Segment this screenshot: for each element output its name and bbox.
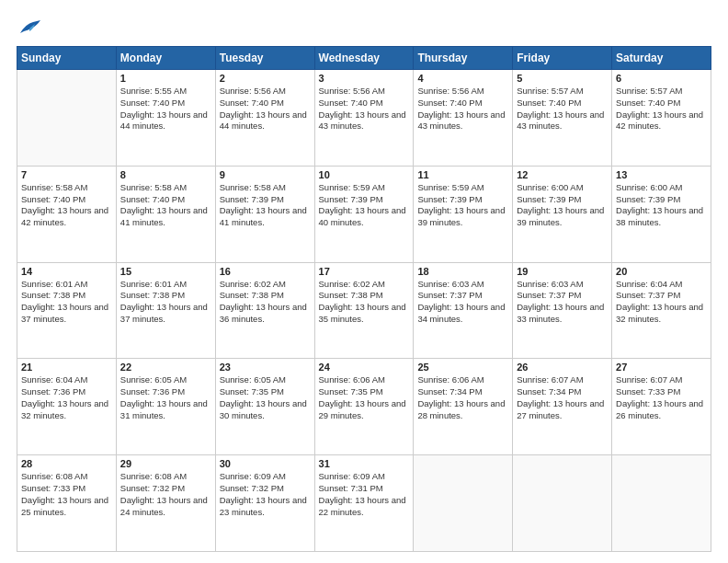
calendar-cell: 8Sunrise: 5:58 AMSunset: 7:40 PMDaylight…: [116, 166, 215, 262]
day-info: Sunrise: 6:07 AMSunset: 7:33 PMDaylight:…: [616, 374, 707, 421]
page: SundayMondayTuesdayWednesdayThursdayFrid…: [0, 0, 728, 563]
day-info: Sunrise: 6:08 AMSunset: 7:32 PMDaylight:…: [120, 471, 211, 518]
day-info: Sunrise: 6:05 AMSunset: 7:36 PMDaylight:…: [120, 374, 211, 421]
day-number: 4: [417, 73, 508, 84]
day-number: 25: [417, 362, 508, 373]
day-number: 14: [21, 266, 112, 277]
day-info: Sunrise: 6:08 AMSunset: 7:33 PMDaylight:…: [21, 471, 112, 518]
calendar-cell: 23Sunrise: 6:05 AMSunset: 7:35 PMDayligh…: [215, 359, 314, 455]
day-info: Sunrise: 5:56 AMSunset: 7:40 PMDaylight:…: [319, 86, 410, 132]
day-info: Sunrise: 5:57 AMSunset: 7:40 PMDaylight:…: [517, 86, 608, 132]
day-info: Sunrise: 6:05 AMSunset: 7:35 PMDaylight:…: [220, 374, 311, 421]
day-info: Sunrise: 6:03 AMSunset: 7:37 PMDaylight:…: [517, 279, 608, 326]
day-info: Sunrise: 6:01 AMSunset: 7:38 PMDaylight:…: [120, 279, 211, 326]
day-number: 7: [21, 169, 112, 180]
calendar-cell: 21Sunrise: 6:04 AMSunset: 7:36 PMDayligh…: [17, 359, 117, 455]
logo: [17, 17, 46, 37]
day-number: 17: [319, 266, 410, 277]
day-number: 26: [517, 362, 608, 373]
day-number: 9: [220, 169, 311, 180]
day-number: 1: [120, 73, 211, 84]
col-header-thursday: Thursday: [414, 47, 513, 70]
calendar-cell: 6Sunrise: 5:57 AMSunset: 7:40 PMDaylight…: [612, 70, 711, 167]
calendar-cell: 14Sunrise: 6:01 AMSunset: 7:38 PMDayligh…: [17, 262, 117, 359]
calendar-cell: 19Sunrise: 6:03 AMSunset: 7:37 PMDayligh…: [513, 262, 612, 359]
calendar-cell: 31Sunrise: 6:09 AMSunset: 7:31 PMDayligh…: [314, 455, 414, 552]
week-row-4: 21Sunrise: 6:04 AMSunset: 7:36 PMDayligh…: [17, 359, 711, 455]
day-info: Sunrise: 5:56 AMSunset: 7:40 PMDaylight:…: [220, 86, 311, 132]
day-info: Sunrise: 6:01 AMSunset: 7:38 PMDaylight:…: [21, 279, 112, 326]
day-number: 30: [220, 458, 311, 469]
day-info: Sunrise: 6:06 AMSunset: 7:34 PMDaylight:…: [417, 374, 508, 421]
day-info: Sunrise: 6:04 AMSunset: 7:37 PMDaylight:…: [616, 279, 707, 326]
day-number: 15: [120, 266, 211, 277]
calendar-cell: 24Sunrise: 6:06 AMSunset: 7:35 PMDayligh…: [314, 359, 414, 455]
day-info: Sunrise: 6:02 AMSunset: 7:38 PMDaylight:…: [220, 279, 311, 326]
calendar-cell: 9Sunrise: 5:58 AMSunset: 7:39 PMDaylight…: [215, 166, 314, 262]
calendar-cell: 25Sunrise: 6:06 AMSunset: 7:34 PMDayligh…: [414, 359, 513, 455]
day-info: Sunrise: 5:58 AMSunset: 7:40 PMDaylight:…: [120, 182, 211, 229]
calendar-cell: 17Sunrise: 6:02 AMSunset: 7:38 PMDayligh…: [314, 262, 414, 359]
day-number: 19: [517, 266, 608, 277]
day-info: Sunrise: 5:55 AMSunset: 7:40 PMDaylight:…: [120, 86, 211, 132]
day-number: 20: [616, 266, 707, 277]
calendar-cell: 30Sunrise: 6:09 AMSunset: 7:32 PMDayligh…: [215, 455, 314, 552]
day-number: 24: [319, 362, 410, 373]
col-header-wednesday: Wednesday: [314, 47, 414, 70]
day-number: 16: [220, 266, 311, 277]
calendar-cell: 10Sunrise: 5:59 AMSunset: 7:39 PMDayligh…: [314, 166, 414, 262]
calendar-cell: 13Sunrise: 6:00 AMSunset: 7:39 PMDayligh…: [612, 166, 711, 262]
day-info: Sunrise: 5:58 AMSunset: 7:40 PMDaylight:…: [21, 182, 112, 229]
day-info: Sunrise: 5:57 AMSunset: 7:40 PMDaylight:…: [616, 86, 707, 132]
calendar-cell: [513, 455, 612, 552]
day-number: 8: [120, 169, 211, 180]
day-number: 11: [417, 169, 508, 180]
col-header-friday: Friday: [513, 47, 612, 70]
day-number: 29: [120, 458, 211, 469]
day-info: Sunrise: 6:03 AMSunset: 7:37 PMDaylight:…: [417, 279, 508, 326]
day-info: Sunrise: 6:07 AMSunset: 7:34 PMDaylight:…: [517, 374, 608, 421]
day-number: 6: [616, 73, 707, 84]
day-info: Sunrise: 6:02 AMSunset: 7:38 PMDaylight:…: [319, 279, 410, 326]
day-number: 22: [120, 362, 211, 373]
calendar-cell: 15Sunrise: 6:01 AMSunset: 7:38 PMDayligh…: [116, 262, 215, 359]
header: [17, 17, 711, 37]
day-number: 23: [220, 362, 311, 373]
week-row-3: 14Sunrise: 6:01 AMSunset: 7:38 PMDayligh…: [17, 262, 711, 359]
day-number: 21: [21, 362, 112, 373]
day-number: 27: [616, 362, 707, 373]
day-info: Sunrise: 5:56 AMSunset: 7:40 PMDaylight:…: [417, 86, 508, 132]
calendar-cell: 16Sunrise: 6:02 AMSunset: 7:38 PMDayligh…: [215, 262, 314, 359]
col-header-tuesday: Tuesday: [215, 47, 314, 70]
day-number: 28: [21, 458, 112, 469]
day-info: Sunrise: 6:00 AMSunset: 7:39 PMDaylight:…: [517, 182, 608, 229]
day-info: Sunrise: 6:04 AMSunset: 7:36 PMDaylight:…: [21, 374, 112, 421]
calendar-cell: 3Sunrise: 5:56 AMSunset: 7:40 PMDaylight…: [314, 70, 414, 167]
day-number: 10: [319, 169, 410, 180]
col-header-saturday: Saturday: [612, 47, 711, 70]
calendar-cell: 22Sunrise: 6:05 AMSunset: 7:36 PMDayligh…: [116, 359, 215, 455]
day-number: 5: [517, 73, 608, 84]
calendar-cell: 4Sunrise: 5:56 AMSunset: 7:40 PMDaylight…: [414, 70, 513, 167]
week-row-2: 7Sunrise: 5:58 AMSunset: 7:40 PMDaylight…: [17, 166, 711, 262]
day-number: 18: [417, 266, 508, 277]
week-row-1: 1Sunrise: 5:55 AMSunset: 7:40 PMDaylight…: [17, 70, 711, 167]
day-number: 13: [616, 169, 707, 180]
logo-icon: [17, 17, 42, 37]
day-number: 3: [319, 73, 410, 84]
calendar-cell: 11Sunrise: 5:59 AMSunset: 7:39 PMDayligh…: [414, 166, 513, 262]
calendar-cell: 27Sunrise: 6:07 AMSunset: 7:33 PMDayligh…: [612, 359, 711, 455]
calendar-body: 1Sunrise: 5:55 AMSunset: 7:40 PMDaylight…: [17, 70, 711, 552]
day-info: Sunrise: 6:00 AMSunset: 7:39 PMDaylight:…: [616, 182, 707, 229]
calendar-cell: 1Sunrise: 5:55 AMSunset: 7:40 PMDaylight…: [116, 70, 215, 167]
calendar-header-row: SundayMondayTuesdayWednesdayThursdayFrid…: [17, 47, 711, 70]
calendar-cell: 20Sunrise: 6:04 AMSunset: 7:37 PMDayligh…: [612, 262, 711, 359]
calendar-cell: [414, 455, 513, 552]
day-info: Sunrise: 6:06 AMSunset: 7:35 PMDaylight:…: [319, 374, 410, 421]
day-info: Sunrise: 5:58 AMSunset: 7:39 PMDaylight:…: [220, 182, 311, 229]
calendar-cell: 28Sunrise: 6:08 AMSunset: 7:33 PMDayligh…: [17, 455, 117, 552]
day-info: Sunrise: 5:59 AMSunset: 7:39 PMDaylight:…: [319, 182, 410, 229]
day-number: 12: [517, 169, 608, 180]
calendar-table: SundayMondayTuesdayWednesdayThursdayFrid…: [17, 46, 711, 552]
calendar-cell: [612, 455, 711, 552]
